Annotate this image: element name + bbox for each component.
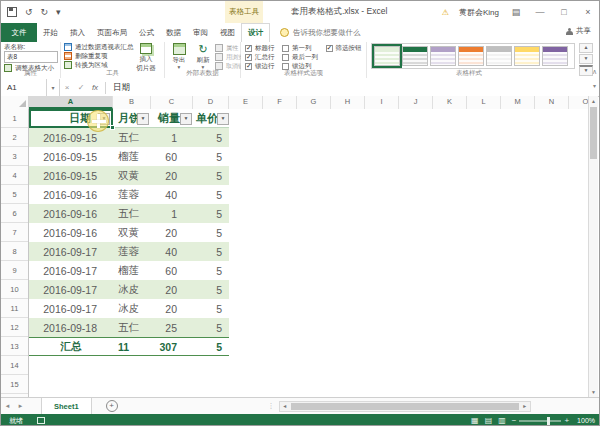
filter-dropdown-icon[interactable]: ▼ [217, 113, 229, 125]
summarize-pivottable-button[interactable]: 通过数据透视表汇总 [64, 43, 134, 51]
row-header[interactable]: 13 [1, 337, 28, 356]
table-cell-price[interactable]: 5 [193, 284, 229, 296]
total-sales-cell[interactable]: 307 [151, 341, 193, 353]
tab-design[interactable]: 设计 [241, 23, 270, 42]
row-header[interactable]: 9 [1, 261, 28, 280]
table-cell-sales[interactable]: 40 [151, 246, 193, 258]
style-option-checkbox[interactable]: 筛选按钮 [326, 44, 364, 52]
total-label-cell[interactable]: 汇总 [29, 340, 113, 354]
scroll-down-icon[interactable]: ▼ [589, 387, 598, 397]
table-cell-product[interactable]: 双黄 [113, 226, 151, 240]
ribbon-tab[interactable]: 视图 [214, 23, 241, 42]
row-header[interactable]: 15 [1, 375, 28, 394]
macro-record-icon[interactable] [37, 417, 45, 424]
column-header[interactable]: C [151, 96, 193, 109]
horizontal-scrollbar[interactable]: ◄ ► [279, 401, 531, 412]
table-cell-date[interactable]: 2016-09-15 [29, 170, 113, 182]
table-cell-sales[interactable]: 20 [151, 303, 193, 315]
table-cell-date[interactable]: 2016-09-17 [29, 303, 113, 315]
table-cell-price[interactable]: 5 [193, 189, 229, 201]
scroll-up-icon[interactable]: ▲ [589, 96, 598, 106]
table-cell-product[interactable]: 五仁 [113, 131, 151, 145]
table-cell-product[interactable]: 莲蓉 [113, 245, 151, 259]
redo-icon[interactable]: ↻ [41, 7, 49, 17]
gallery-up-icon[interactable]: ▲ [579, 43, 593, 53]
tab-splitter[interactable]: ⋮ [268, 402, 275, 410]
open-in-browser-button[interactable]: 用浏览器打开 [215, 53, 241, 61]
ribbon-tab[interactable]: 页面布局 [91, 23, 133, 42]
fill-handle[interactable] [110, 125, 115, 130]
save-icon[interactable] [7, 7, 17, 17]
table-cell-date[interactable]: 2016-09-16 [29, 227, 113, 239]
horizontal-scroll-thumb[interactable] [291, 403, 519, 410]
table-style-swatch[interactable] [514, 46, 540, 66]
table-style-swatch[interactable] [402, 46, 428, 66]
total-price-cell[interactable]: 5 [193, 341, 229, 353]
table-cell-product[interactable]: 冰皮 [113, 302, 151, 316]
sheet-nav-right-icon[interactable]: ► [14, 403, 27, 409]
scroll-right-icon[interactable]: ► [520, 403, 530, 409]
table-cell-product[interactable]: 五仁 [113, 207, 151, 221]
table-cell-sales[interactable]: 40 [151, 189, 193, 201]
vertical-scrollbar[interactable]: ▲ ▼ [588, 96, 598, 397]
cancel-icon[interactable]: × [60, 83, 74, 92]
new-sheet-icon[interactable]: + [106, 400, 118, 412]
undo-icon[interactable]: ↺ [25, 7, 33, 17]
table-cell-product[interactable]: 双黄 [113, 169, 151, 183]
total-count-cell[interactable]: 11 [113, 341, 151, 353]
table-cell-price[interactable]: 5 [193, 170, 229, 182]
enter-icon[interactable]: ✓ [74, 83, 88, 92]
filter-dropdown-icon[interactable]: ▼ [180, 113, 192, 125]
table-cell-date[interactable]: 2016-09-16 [29, 189, 113, 201]
column-header[interactable]: B [113, 96, 151, 109]
scroll-left-icon[interactable]: ◄ [280, 403, 290, 409]
select-all-corner[interactable] [1, 96, 29, 109]
table-cell-product[interactable]: 榴莲 [113, 150, 151, 164]
style-option-checkbox[interactable]: 标题行 [245, 44, 276, 52]
table-cell-price[interactable]: 5 [193, 208, 229, 220]
table-cell-date[interactable]: 2016-09-17 [29, 284, 113, 296]
qat-customize-icon[interactable]: ▾ [56, 7, 61, 17]
table-style-swatch[interactable] [458, 46, 484, 66]
row-header[interactable]: 14 [1, 356, 28, 375]
account-name[interactable]: 黄群会King [459, 7, 499, 18]
column-header[interactable]: A [29, 96, 113, 109]
table-header-cell[interactable]: 单价 ▼ [193, 109, 229, 127]
column-header[interactable]: O [569, 96, 590, 109]
refresh-button[interactable]: ↻ 刷新 ▾ [191, 42, 215, 70]
close-button[interactable]: × [581, 7, 595, 17]
vertical-scroll-thumb[interactable] [590, 107, 597, 159]
table-cell-sales[interactable]: 1 [151, 132, 193, 144]
ribbon-tab[interactable]: 公式 [133, 23, 160, 42]
table-cell-sales[interactable]: 60 [151, 265, 193, 277]
ribbon-tab[interactable]: 数据 [160, 23, 187, 42]
table-cell-sales[interactable]: 25 [151, 322, 193, 334]
ribbon-tab[interactable]: 插入 [64, 23, 91, 42]
share-button[interactable]: 共享 [566, 26, 591, 36]
column-header[interactable]: H [331, 96, 365, 109]
row-header[interactable]: 3 [1, 147, 28, 166]
normal-view-icon[interactable]: ▦ [471, 416, 479, 426]
column-header[interactable]: D [193, 96, 229, 109]
remove-duplicates-button[interactable]: 删除重复项 [64, 52, 134, 60]
row-header[interactable]: 12 [1, 318, 28, 337]
minimize-button[interactable]: — [533, 7, 547, 17]
table-cell-date[interactable]: 2016-09-18 [29, 322, 113, 334]
filter-dropdown-icon[interactable]: ▼ [137, 113, 149, 125]
insert-function-icon[interactable]: fx [88, 83, 102, 92]
table-style-swatch[interactable] [374, 46, 400, 66]
row-header[interactable]: 6 [1, 204, 28, 223]
column-header[interactable]: G [297, 96, 331, 109]
row-header[interactable]: 4 [1, 166, 28, 185]
convert-to-range-button[interactable]: 转换为区域 [64, 61, 134, 69]
column-header[interactable]: M [501, 96, 535, 109]
column-header[interactable]: N [535, 96, 569, 109]
table-style-swatch[interactable] [486, 46, 512, 66]
column-header[interactable]: L [467, 96, 501, 109]
table-cell-sales[interactable]: 20 [151, 227, 193, 239]
table-cell-date[interactable]: 2016-09-17 [29, 246, 113, 258]
name-box[interactable]: A1 [1, 79, 47, 96]
column-header[interactable]: I [365, 96, 399, 109]
style-option-checkbox[interactable]: 第一列 [282, 44, 320, 52]
row-header[interactable]: 11 [1, 299, 28, 318]
